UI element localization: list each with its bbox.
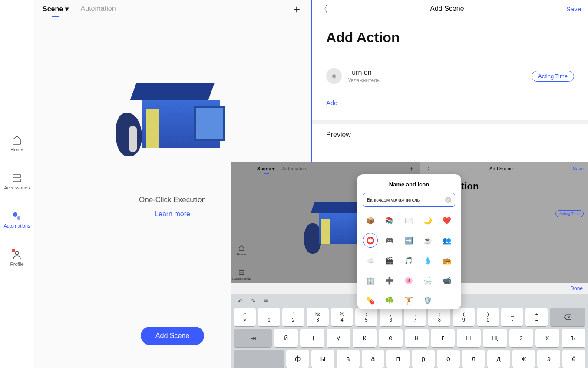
tab-key[interactable]: ⇥ — [234, 329, 272, 347]
scene-icon-option[interactable]: 🍽️ — [401, 213, 416, 228]
key[interactable]: ш — [457, 329, 481, 347]
tab-scene[interactable]: Scene ▾ — [43, 5, 69, 13]
key[interactable]: д — [487, 350, 510, 368]
tab-scene-label: Scene — [43, 5, 63, 13]
key[interactable]: :5 — [355, 308, 377, 326]
key[interactable]: о — [437, 350, 460, 368]
scene-icon-option[interactable]: 📦 — [363, 213, 378, 228]
key[interactable]: ё — [562, 350, 585, 368]
scene-icon-option[interactable]: 🏋️ — [401, 293, 416, 308]
key[interactable]: )0 — [477, 308, 499, 326]
key[interactable]: й — [274, 329, 298, 347]
scene-icon-option[interactable]: ☕ — [420, 233, 435, 248]
svg-point-4 — [15, 251, 19, 255]
key[interactable]: <> — [234, 308, 256, 326]
scene-icon-option[interactable]: 👥 — [439, 233, 454, 248]
scene-icon-option[interactable]: ➡️ — [401, 233, 416, 248]
clear-input-button[interactable]: × — [445, 197, 451, 203]
key[interactable]: ф — [286, 350, 309, 368]
nested-tab-automation[interactable]: Automation — [282, 166, 306, 171]
acting-time-button[interactable]: Acting Time — [532, 71, 574, 82]
nested-sidebar-home[interactable]: Home — [237, 245, 246, 256]
key[interactable]: "2 — [282, 308, 304, 326]
key[interactable]: п — [386, 350, 410, 368]
key[interactable]: ъ — [562, 329, 585, 347]
scene-icon-option[interactable]: 🎮 — [382, 233, 397, 248]
sidebar-automations[interactable]: Automations — [3, 211, 30, 229]
key[interactable]: х — [535, 329, 559, 347]
key[interactable]: ж — [512, 350, 535, 368]
key[interactable]: += — [525, 308, 548, 326]
key[interactable]: (9 — [453, 308, 475, 326]
key[interactable]: н — [405, 329, 429, 347]
done-button[interactable]: Done — [570, 285, 583, 292]
save-button[interactable]: Save — [566, 5, 581, 13]
scene-icon-option[interactable]: 💊 — [363, 293, 378, 308]
scene-icon-option[interactable]: 🌙 — [420, 213, 435, 228]
scene-icon-option[interactable]: 🏢 — [363, 273, 378, 288]
key[interactable]: ы — [311, 350, 334, 368]
key[interactable]: №3 — [307, 308, 329, 326]
backspace-key[interactable] — [550, 308, 585, 326]
key[interactable]: %4 — [331, 308, 353, 326]
clipboard-button[interactable]: ▤ — [263, 298, 268, 305]
panel-title: Add Scene — [328, 5, 566, 13]
scene-icon-option[interactable]: 🎵 — [401, 253, 416, 268]
scene-icon-option[interactable]: 🌸 — [401, 273, 416, 288]
nested-save-button[interactable]: Save — [573, 166, 584, 171]
svg-rect-1 — [13, 179, 21, 182]
key[interactable]: э — [537, 350, 560, 368]
scene-icon-option[interactable]: 📚 — [382, 213, 397, 228]
key[interactable]: ;8 — [428, 308, 450, 326]
scene-icon-option[interactable]: ☁️ — [363, 253, 378, 268]
key[interactable]: _- — [501, 308, 523, 326]
action-row[interactable]: ◉ Turn on Увлажнитель Acting Time — [326, 68, 574, 91]
scene-icon-option[interactable]: ❤️ — [439, 213, 454, 228]
key[interactable]: в — [337, 350, 360, 368]
svg-point-2 — [13, 212, 17, 217]
scene-icon-option[interactable]: 📻 — [439, 253, 454, 268]
sidebar-accessories[interactable]: Accessories — [4, 173, 30, 190]
scene-name-input[interactable] — [367, 197, 445, 202]
sidebar-home[interactable]: Home — [10, 135, 23, 152]
key[interactable]: щ — [483, 329, 507, 347]
key[interactable]: ,6 — [380, 308, 402, 326]
back-button[interactable]: 〈 — [319, 3, 328, 15]
key[interactable]: к — [353, 329, 377, 347]
key[interactable]: з — [509, 329, 533, 347]
scene-icon-option[interactable]: 🎬 — [382, 253, 397, 268]
key[interactable]: е — [379, 329, 403, 347]
scene-icon-option[interactable]: ➕ — [382, 273, 397, 288]
panel-header: 〈 Add Scene Save — [312, 0, 588, 17]
nested-back-button[interactable]: 〈 — [425, 166, 429, 172]
tab-automation[interactable]: Automation — [81, 5, 116, 13]
add-button[interactable]: ＋ — [291, 3, 302, 14]
sidebar-profile[interactable]: Profile — [10, 249, 23, 267]
undo-button[interactable]: ↶ — [238, 298, 243, 305]
scene-icon-option[interactable]: 💧 — [420, 253, 435, 268]
key[interactable]: !1 — [258, 308, 280, 326]
modal-input-wrap[interactable]: × — [363, 193, 455, 207]
scene-icon-option[interactable]: 📹 — [439, 273, 454, 288]
caps-key[interactable] — [234, 350, 284, 368]
key[interactable]: ц — [300, 329, 324, 347]
nested-add-button[interactable]: ＋ — [408, 164, 415, 173]
key[interactable]: л — [462, 350, 485, 368]
add-action-link[interactable]: Add — [326, 99, 574, 106]
redo-button[interactable]: ↷ — [251, 298, 255, 305]
scene-icon-option[interactable]: 🛁 — [420, 273, 435, 288]
key[interactable]: р — [412, 350, 435, 368]
scene-icon-option[interactable]: 🛡️ — [420, 293, 435, 308]
key[interactable]: .7 — [404, 308, 426, 326]
nested-sidebar-accessories[interactable]: Accessories — [232, 269, 251, 281]
add-scene-button[interactable]: Add Scene — [141, 327, 204, 345]
scene-icon-option[interactable]: ☘️ — [382, 293, 397, 308]
key[interactable]: а — [362, 350, 385, 368]
key[interactable]: г — [431, 329, 455, 347]
nested-acting-time-button[interactable]: Acting Time — [555, 210, 584, 217]
nested-tab-scene[interactable]: Scene ▾ — [257, 166, 275, 172]
home-icon — [12, 135, 22, 145]
learn-more-link[interactable]: Learn more — [155, 210, 190, 218]
key[interactable]: у — [327, 329, 350, 347]
scene-icon-option[interactable]: ⭕ — [363, 233, 378, 248]
